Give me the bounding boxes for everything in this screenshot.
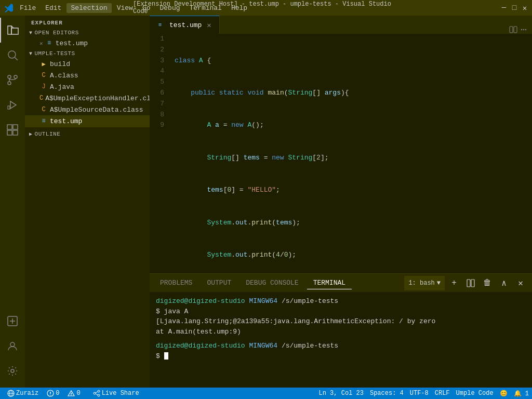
- code-line-6: System.out.print(tems);: [175, 218, 528, 229]
- activity-settings[interactable]: [0, 358, 25, 383]
- terminal-line-4: at A.main(test.ump:9): [156, 327, 526, 337]
- menu-selection[interactable]: Selection: [66, 3, 111, 13]
- activity-remote[interactable]: [0, 309, 25, 334]
- svg-point-4: [14, 75, 17, 78]
- open-editor-test-ump[interactable]: ✕ ≡ test.ump: [25, 37, 150, 49]
- status-bar: Zuraiz 0 0 Live Share: [0, 388, 532, 399]
- tab-label: test.ump: [169, 21, 202, 29]
- live-share-label: Live Share: [102, 390, 139, 397]
- svg-point-18: [525, 29, 526, 30]
- menu-file[interactable]: File: [16, 3, 40, 13]
- svg-line-29: [96, 392, 98, 393]
- sidebar-item-asource[interactable]: C A$UmpleSourceData.class: [25, 104, 150, 115]
- vscode-logo: [4, 3, 14, 12]
- live-share-icon: [93, 390, 100, 397]
- activity-extensions[interactable]: [0, 117, 25, 142]
- minimize-button[interactable]: ─: [501, 5, 507, 11]
- activity-run-debug[interactable]: [0, 92, 25, 117]
- panel-tab-debug[interactable]: DEBUG CONSOLE: [240, 277, 304, 289]
- folder-icon: ▶: [39, 60, 48, 68]
- terminal-line-3: [Ljava.lang.String;@2a139a55:java.lang.A…: [156, 316, 526, 327]
- status-errors[interactable]: 0: [44, 388, 62, 399]
- status-warnings[interactable]: 0: [64, 388, 83, 399]
- menu-edit[interactable]: Edit: [41, 3, 65, 13]
- status-encoding[interactable]: UTF-8: [407, 388, 432, 399]
- activity-bar: [0, 16, 25, 388]
- terminal-selector[interactable]: 1: bash ▼: [404, 276, 445, 290]
- ump-file-icon: ≡: [45, 39, 54, 47]
- svg-rect-10: [13, 130, 18, 135]
- svg-point-25: [71, 395, 72, 395]
- class-icon: C: [39, 72, 48, 79]
- close-button[interactable]: ✕: [522, 5, 528, 11]
- panel-tab-output[interactable]: OUTPUT: [201, 277, 237, 289]
- svg-line-1: [15, 58, 18, 61]
- kill-terminal-button[interactable]: 🗑: [480, 276, 495, 290]
- activity-explorer[interactable]: [0, 18, 25, 43]
- svg-point-12: [10, 342, 15, 347]
- svg-rect-6: [8, 106, 10, 109]
- code-line-7: System.out.print(4/0);: [175, 250, 528, 261]
- file-name: A$UmpleSourceData.class: [50, 106, 143, 114]
- project-header[interactable]: ▼ Umple-Tests: [25, 49, 150, 58]
- sidebar-item-aclass[interactable]: C A.class: [25, 70, 150, 81]
- maximize-button[interactable]: □: [511, 5, 517, 11]
- outline-header[interactable]: ▶ Outline: [25, 129, 150, 139]
- panel-controls: 1: bash ▼ + 🗑 ∧ ✕: [404, 276, 528, 290]
- status-smiley[interactable]: 😊: [497, 388, 511, 399]
- close-panel-button[interactable]: ✕: [513, 276, 528, 290]
- open-editors-header[interactable]: ▼ Open Editors: [25, 28, 150, 37]
- terminal-blank: [156, 337, 526, 341]
- panel-tab-problems[interactable]: PROBLEMS: [154, 277, 198, 289]
- titlebar: File Edit Selection View Go Debug Termin…: [0, 0, 532, 16]
- sidebar-header: Explorer: [25, 16, 150, 28]
- svg-point-28: [98, 394, 100, 396]
- tab-file-icon: ≡: [156, 22, 164, 28]
- tab-bar: ≡ test.ump ✕: [150, 16, 532, 34]
- terminal-line-6: $: [156, 351, 526, 362]
- terminal-line-5: digized@digized-studio MINGW64 /s/umple-…: [156, 341, 526, 351]
- status-language[interactable]: Umple Code: [453, 388, 497, 399]
- chevron-right-icon: ▶: [29, 131, 33, 137]
- sidebar-item-aexception[interactable]: C A$UmpleExceptionHandler.class: [25, 92, 150, 104]
- window-title: [Extension Development Host] - test.ump …: [133, 1, 399, 15]
- split-terminal-button[interactable]: [463, 276, 478, 290]
- code-line-4: String[] tems = new String[2];: [175, 153, 528, 164]
- status-remote[interactable]: Zuraiz: [4, 388, 42, 399]
- new-terminal-button[interactable]: +: [447, 276, 461, 290]
- activity-search[interactable]: [0, 43, 25, 68]
- tab-testump[interactable]: ≡ test.ump ✕: [150, 16, 220, 34]
- maximize-panel-button[interactable]: ∧: [497, 276, 511, 290]
- activity-accounts[interactable]: [0, 334, 25, 358]
- status-live-share[interactable]: Live Share: [90, 388, 142, 399]
- close-icon[interactable]: ✕: [39, 40, 43, 47]
- activity-source-control[interactable]: [0, 68, 25, 92]
- svg-rect-20: [471, 280, 474, 287]
- panel-tab-terminal[interactable]: TERMINAL: [307, 277, 352, 289]
- status-cursor-pos[interactable]: Ln 3, Col 23: [316, 388, 367, 399]
- warning-icon: [68, 390, 75, 397]
- error-count: 0: [56, 390, 59, 397]
- editor-actions: [505, 25, 532, 34]
- code-editor[interactable]: 1 2 3 4 5 6 7 8 9 class A { public stati…: [150, 34, 532, 273]
- tab-close-button[interactable]: ✕: [205, 21, 213, 30]
- outline-section: ▶ Outline: [25, 127, 150, 141]
- cursor-position: Ln 3, Col 23: [319, 390, 364, 397]
- sidebar-item-testump[interactable]: ≡ test.ump: [25, 115, 150, 127]
- terminal-content[interactable]: digized@digized-studio MINGW64 /s/umple-…: [150, 292, 532, 388]
- sidebar-item-build[interactable]: ▶ build: [25, 58, 150, 70]
- warning-count: 0: [76, 390, 80, 397]
- file-name: test.ump: [50, 117, 82, 125]
- project-label: Umple-Tests: [35, 50, 75, 57]
- status-spaces[interactable]: Spaces: 4: [367, 388, 407, 399]
- svg-point-26: [94, 392, 96, 394]
- more-actions-icon[interactable]: [520, 25, 528, 34]
- status-eol[interactable]: CRLF: [432, 388, 453, 399]
- status-right: Ln 3, Col 23 Spaces: 4 UTF-8 CRLF Umple …: [316, 388, 532, 399]
- split-editor-icon[interactable]: [509, 25, 517, 34]
- sidebar-item-ajava[interactable]: J A.java: [25, 81, 150, 92]
- terminal-shell-label: 1: bash: [408, 280, 434, 287]
- code-content[interactable]: class A { public static void main(String…: [170, 34, 532, 273]
- status-notifications[interactable]: 🔔 1: [511, 388, 532, 399]
- svg-point-27: [98, 390, 100, 392]
